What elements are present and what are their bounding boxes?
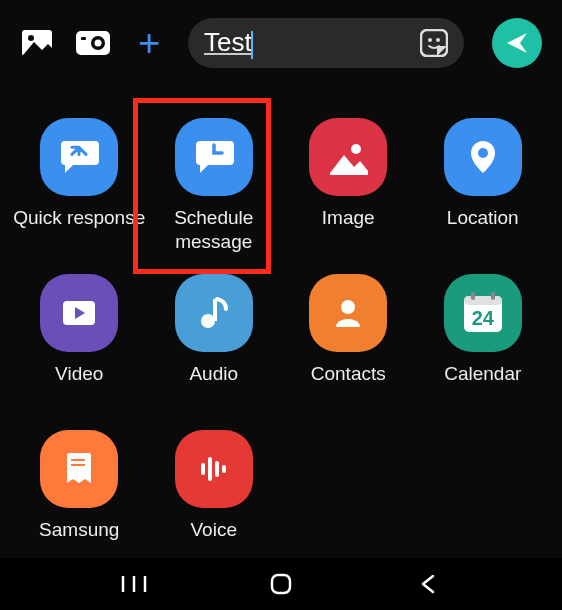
svg-rect-17 <box>471 292 475 300</box>
voice-icon <box>175 430 253 508</box>
grid-label: Video <box>55 362 103 410</box>
grid-label: Audio <box>189 362 238 410</box>
svg-rect-24 <box>222 465 226 473</box>
svg-point-1 <box>28 35 34 41</box>
grid-item-image[interactable]: Image <box>281 118 416 254</box>
svg-point-4 <box>95 40 102 47</box>
svg-point-14 <box>341 300 355 314</box>
grid-item-calendar[interactable]: 24 Calendar <box>416 274 551 410</box>
video-icon <box>40 274 118 352</box>
svg-rect-22 <box>208 457 212 481</box>
quick-response-icon <box>40 118 118 196</box>
svg-point-9 <box>351 144 361 154</box>
schedule-message-icon <box>175 118 253 196</box>
grid-item-contacts[interactable]: Contacts <box>281 274 416 410</box>
camera-icon[interactable] <box>76 26 110 60</box>
compose-toolbar: + Test <box>0 0 562 86</box>
svg-point-12 <box>201 314 215 328</box>
svg-rect-18 <box>491 292 495 300</box>
grid-label: Location <box>447 206 519 254</box>
svg-rect-19 <box>71 459 85 461</box>
grid-item-audio[interactable]: Audio <box>147 274 282 410</box>
svg-rect-13 <box>213 299 217 321</box>
svg-rect-28 <box>272 575 290 593</box>
contacts-icon <box>309 274 387 352</box>
grid-item-voice[interactable]: Voice <box>147 430 282 566</box>
android-nav-bar <box>0 558 562 610</box>
send-button[interactable] <box>492 18 542 68</box>
grid-item-quick-response[interactable]: Quick response <box>12 118 147 254</box>
grid-item-location[interactable]: Location <box>416 118 551 254</box>
image-icon <box>309 118 387 196</box>
grid-label: Contacts <box>311 362 386 410</box>
message-input[interactable]: Test <box>204 27 410 58</box>
grid-label: Schedule message <box>147 206 282 254</box>
calendar-icon: 24 <box>444 274 522 352</box>
back-button[interactable] <box>408 564 448 604</box>
attachment-grid: Quick response Schedule message Image Lo… <box>0 86 562 566</box>
recents-button[interactable] <box>114 564 154 604</box>
sticker-icon[interactable] <box>420 29 448 57</box>
grid-label: Calendar <box>444 362 521 410</box>
grid-item-schedule-message[interactable]: Schedule message <box>147 118 282 254</box>
svg-rect-23 <box>215 461 219 477</box>
svg-rect-16 <box>464 296 502 305</box>
grid-item-video[interactable]: Video <box>12 274 147 410</box>
svg-point-8 <box>436 38 440 42</box>
plus-icon[interactable]: + <box>132 26 166 60</box>
svg-point-10 <box>478 148 488 158</box>
home-button[interactable] <box>261 564 301 604</box>
svg-rect-21 <box>201 463 205 475</box>
svg-rect-5 <box>81 37 86 40</box>
svg-rect-6 <box>421 30 447 56</box>
gallery-icon[interactable] <box>20 26 54 60</box>
location-icon <box>444 118 522 196</box>
svg-point-7 <box>428 38 432 42</box>
samsung-notes-icon <box>40 430 118 508</box>
calendar-date: 24 <box>472 307 494 330</box>
svg-rect-20 <box>71 464 85 466</box>
audio-icon <box>175 274 253 352</box>
message-input-container: Test <box>188 18 464 68</box>
grid-label: Image <box>322 206 375 254</box>
grid-label: Quick response <box>13 206 145 254</box>
grid-item-samsung[interactable]: Samsung <box>12 430 147 566</box>
